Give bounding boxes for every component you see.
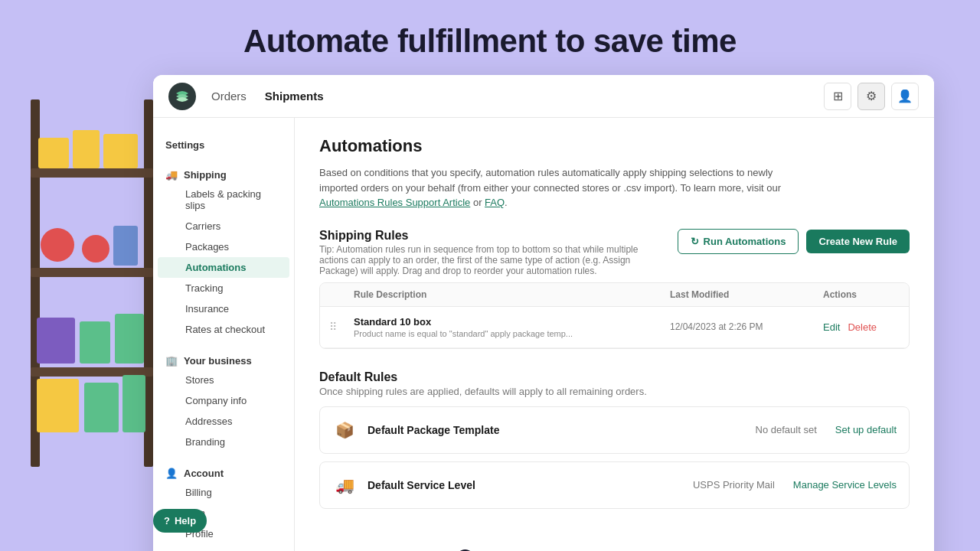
shipping-section-icon: 🚚	[165, 169, 178, 181]
nav-actions: ⊞ ⚙ 👤	[824, 83, 919, 110]
svg-rect-10	[113, 226, 138, 266]
page-description: Based on conditions that you specify, au…	[319, 165, 794, 210]
svg-rect-12	[80, 321, 110, 364]
grid-icon-btn[interactable]: ⊞	[824, 83, 851, 110]
page-title: Automations	[319, 136, 910, 156]
manage-service-levels-link[interactable]: Manage Service Levels	[793, 479, 897, 491]
main-content: Automations Based on conditions that you…	[295, 118, 934, 551]
sidebar-item-insurance[interactable]: Insurance	[158, 298, 289, 319]
nav-shipments[interactable]: Shipments	[265, 86, 324, 106]
hero-title: Automate fulfillment to save time	[0, 0, 980, 75]
support-article-link[interactable]: Automations Rules Support Article	[319, 197, 470, 208]
app-body: Settings 🚚 Shipping Labels & packing sli…	[153, 118, 934, 551]
setup-default-link[interactable]: Set up default	[835, 424, 897, 435]
svg-point-8	[41, 228, 74, 262]
rules-table: Rule Description Last Modified Actions ⠿…	[319, 282, 910, 349]
sidebar: Settings 🚚 Shipping Labels & packing sli…	[153, 118, 295, 551]
edit-rule-link[interactable]: Edit	[823, 321, 840, 333]
rule-modified-date: 12/04/2023 at 2:26 PM	[670, 321, 823, 332]
nav-links: Orders Shipments	[211, 86, 824, 106]
help-button[interactable]: ? Help	[153, 509, 207, 533]
col-drag	[329, 289, 354, 300]
default-package-value: No default set	[756, 424, 817, 435]
svg-rect-11	[37, 318, 75, 364]
sidebar-section-business: 🏢 Your business	[153, 349, 294, 370]
sidebar-item-packages[interactable]: Packages	[158, 236, 289, 257]
run-automations-btn[interactable]: ↻ Run Automations	[678, 229, 799, 254]
col-actions: Actions	[823, 289, 900, 300]
settings-icon: ⚙	[866, 89, 877, 103]
default-package-rule: 📦 Default Package Template No default se…	[319, 406, 910, 454]
sidebar-section-shipping: 🚚 Shipping	[153, 163, 294, 184]
sidebar-item-branding[interactable]: Branding	[158, 432, 289, 452]
rules-table-header: Rule Description Last Modified Actions	[320, 283, 909, 307]
default-service-name: Default Service Level	[368, 479, 693, 491]
svg-rect-15	[84, 383, 119, 432]
svg-rect-5	[38, 138, 69, 168]
nav-orders[interactable]: Orders	[211, 86, 247, 106]
app-window: Orders Shipments ⊞ ⚙ 👤 Settings 🚚 Shippi…	[153, 75, 934, 551]
shippo-logo	[168, 83, 196, 110]
rule-title: Standard 10 box	[354, 316, 670, 328]
sidebar-section-account: 👤 Account	[153, 461, 294, 482]
default-rules-section: Default Rules Once shipping rules are ap…	[319, 370, 910, 509]
rule-description: Standard 10 box Product name is equal to…	[354, 316, 670, 338]
svg-rect-7	[103, 134, 138, 168]
table-row: ⠿ Standard 10 box Product name is equal …	[320, 307, 909, 348]
sidebar-item-carriers[interactable]: Carriers	[158, 216, 289, 236]
shipping-rules-title: Shipping Rules	[319, 229, 641, 243]
account-section-icon: 👤	[165, 468, 178, 479]
sidebar-item-stores[interactable]: Stores	[158, 370, 289, 390]
svg-rect-13	[115, 314, 144, 364]
col-desc: Rule Description	[354, 289, 670, 300]
faq-link[interactable]: FAQ	[485, 197, 505, 208]
sidebar-item-rates[interactable]: Rates at checkout	[158, 319, 289, 340]
default-service-rule: 🚚 Default Service Level USPS Priority Ma…	[319, 461, 910, 509]
top-nav: Orders Shipments ⊞ ⚙ 👤	[153, 75, 934, 118]
refresh-icon: ↻	[691, 236, 699, 247]
shelf-illustration	[23, 92, 161, 474]
sidebar-item-addresses[interactable]: Addresses	[158, 411, 289, 432]
user-icon-btn[interactable]: 👤	[891, 83, 919, 110]
svg-rect-16	[122, 375, 145, 432]
settings-icon-btn[interactable]: ⚙	[858, 83, 885, 110]
sidebar-item-users[interactable]: Users	[158, 544, 289, 551]
svg-rect-14	[37, 379, 79, 432]
drag-handle-icon[interactable]: ⠿	[329, 321, 354, 333]
sidebar-item-labels[interactable]: Labels & packing slips	[158, 184, 289, 216]
settings-label: Settings	[153, 133, 294, 154]
shipping-rules-actions: ↻ Run Automations Create New Rule	[678, 229, 910, 254]
delete-rule-link[interactable]: Delete	[848, 321, 877, 333]
col-modified: Last Modified	[670, 289, 823, 300]
business-section-icon: 🏢	[165, 355, 178, 367]
create-new-rule-btn[interactable]: Create New Rule	[806, 230, 910, 253]
sidebar-item-tracking[interactable]: Tracking	[158, 278, 289, 298]
shipping-rules-info: Shipping Rules Tip: Automation rules run…	[319, 229, 641, 276]
rule-subtitle: Product name is equal to "standard" appl…	[354, 329, 670, 338]
package-icon: 📦	[332, 418, 357, 442]
svg-point-9	[82, 235, 109, 262]
svg-rect-3	[31, 268, 153, 277]
sidebar-item-billing[interactable]: Billing	[158, 482, 289, 503]
shipping-rules-tip: Tip: Automation rules run in sequence fr…	[319, 244, 641, 276]
default-service-value: USPS Priority Mail	[693, 479, 775, 491]
default-rules-desc: Once shipping rules are applied, default…	[319, 386, 910, 397]
help-icon: ?	[164, 515, 170, 527]
rule-actions: Edit Delete	[823, 321, 900, 333]
sidebar-item-automations[interactable]: Automations	[158, 257, 289, 278]
default-package-name: Default Package Template	[368, 424, 756, 436]
svg-rect-6	[73, 130, 100, 168]
truck-icon: 🚚	[332, 473, 357, 497]
user-icon: 👤	[897, 89, 913, 103]
svg-rect-2	[31, 168, 153, 178]
shipping-rules-header: Shipping Rules Tip: Automation rules run…	[319, 229, 910, 276]
sidebar-item-company-info[interactable]: Company info	[158, 390, 289, 411]
default-rules-title: Default Rules	[319, 370, 910, 384]
grid-icon: ⊞	[833, 89, 843, 103]
